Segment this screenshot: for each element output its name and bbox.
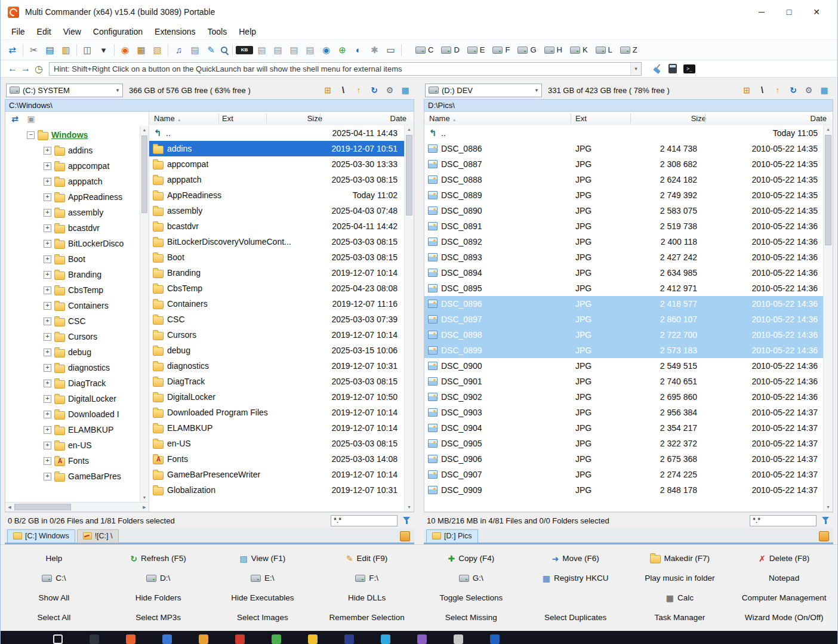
left-drive-selector[interactable]: (C:) SYSTEM	[6, 84, 123, 97]
terminal-icon[interactable]: >_	[683, 64, 695, 73]
expand-icon[interactable]: +	[44, 349, 51, 356]
file-row-dsc-0906[interactable]: DSC_0906JPG2 675 3682010-05-22 14:37	[424, 451, 824, 467]
tree-item-apppatch[interactable]: +apppatch	[5, 174, 140, 189]
globe-icon[interactable]: ⊕	[335, 42, 350, 57]
audio-tools-icon[interactable]: ♫	[171, 42, 186, 57]
scrollbar-thumb[interactable]	[141, 135, 147, 213]
file-row-dsc-0888[interactable]: DSC_0888JPG2 624 1822010-05-22 14:35	[424, 172, 824, 187]
tree-item-bcastdvr[interactable]: +bcastdvr	[5, 220, 140, 236]
column-header-size[interactable]: Size	[691, 112, 706, 125]
menu-item-configuration[interactable]: Configuration	[87, 25, 149, 38]
left-list-scrollbar[interactable]	[404, 125, 414, 511]
tools-icon[interactable]: ✱	[367, 42, 382, 57]
file-row-dsc-0904[interactable]: DSC_0904JPG2 354 2172010-05-22 14:37	[424, 420, 824, 436]
chevron-down-icon[interactable]	[532, 84, 541, 97]
quicklaunch-remember-selection[interactable]: Remember Selection	[315, 609, 419, 627]
left-filter-input[interactable]	[331, 515, 398, 526]
tree-item-downloaded-i[interactable]: +Downloaded I	[5, 406, 140, 422]
file-row-en-us[interactable]: en-US2025-03-03 08:15	[149, 436, 405, 451]
column-header-date[interactable]: Date	[390, 112, 406, 125]
expand-icon[interactable]: +	[44, 411, 51, 418]
address-combo[interactable]: Hint: Shift+Right Click on a button on t…	[49, 62, 642, 76]
file-row-downloaded-program-files[interactable]: Downloaded Program Files2019-12-07 10:14	[149, 405, 405, 420]
quicklaunch-play-music-in-folder[interactable]: Play music in folder	[628, 569, 732, 587]
column-header-ext[interactable]: Ext	[575, 112, 587, 125]
drive-button-l[interactable]: L	[593, 44, 615, 56]
menu-item-help[interactable]: Help	[233, 25, 262, 38]
file-row-csc[interactable]: CSC2025-03-03 07:39	[149, 312, 405, 327]
tree-scrollbar[interactable]	[140, 126, 149, 502]
sweep-icon[interactable]	[652, 64, 662, 73]
parent-folder-icon[interactable]: ↑	[772, 85, 783, 95]
scrollbar-thumb[interactable]	[825, 135, 831, 245]
expand-icon[interactable]: +	[44, 209, 51, 217]
file-row-dsc-0890[interactable]: DSC_0890JPG2 583 0752010-05-22 14:35	[424, 203, 824, 218]
expand-icon[interactable]: +	[44, 271, 51, 279]
quicklaunch-select-duplicates[interactable]: Select Duplicates	[523, 609, 628, 627]
taskbar-app-icon[interactable]	[308, 634, 318, 644]
menu-item-tools[interactable]: Tools	[202, 25, 233, 38]
media-icon[interactable]: ◐	[351, 42, 366, 57]
file-row-dsc-0887[interactable]: DSC_0887JPG2 308 6822010-05-22 14:35	[424, 156, 824, 172]
quicklaunch-computer-management[interactable]: Computer Management	[732, 589, 836, 607]
tab-c-root-locked[interactable]: ![C:] \	[77, 529, 119, 543]
expand-icon[interactable]: +	[44, 318, 51, 325]
tree-item-boot[interactable]: +Boot	[5, 251, 140, 267]
quicklaunch-delete-f8[interactable]: Delete (F8)	[732, 550, 836, 568]
quicklaunch-refresh-f5[interactable]: Refresh (F5)	[106, 550, 211, 568]
expand-icon[interactable]: +	[44, 178, 51, 186]
tree-item-bitlockerdisco[interactable]: +BitLockerDisco	[5, 236, 140, 251]
scroll-up-icon[interactable]	[824, 125, 833, 134]
file-row-dsc-0901[interactable]: DSC_0901JPG2 740 6512010-05-22 14:36	[424, 374, 824, 389]
expand-icon[interactable]: +	[44, 364, 51, 372]
rename-icon[interactable]: ✎	[204, 42, 218, 57]
file-row-addins[interactable]: addins2019-12-07 10:51	[149, 141, 405, 156]
file-row-dsc-0909[interactable]: DSC_0909JPG2 848 1782010-05-22 14:37	[424, 482, 824, 498]
tree-item-digitallocker[interactable]: +DigitalLocker	[5, 391, 140, 406]
tab-d-pics[interactable]: [D:] Pics	[426, 529, 478, 543]
tree-item-en-us[interactable]: +en-US	[5, 437, 140, 453]
parent-dir-row[interactable]: ↰..Today 11:05	[424, 125, 824, 141]
file-row-dsc-0897[interactable]: DSC_0897JPG2 860 1072010-05-22 14:36	[424, 312, 824, 327]
quicklaunch-show-all[interactable]: Show All	[2, 589, 106, 607]
expand-icon[interactable]: +	[44, 302, 51, 310]
file-row-apppatch[interactable]: apppatch2025-03-03 08:15	[149, 172, 405, 187]
taskbar-app-icon[interactable]	[199, 634, 208, 644]
paste-icon[interactable]: ▥	[58, 42, 73, 57]
quicklaunch-e[interactable]: E:\	[211, 569, 315, 587]
file-row-appcompat[interactable]: appcompat2025-03-30 13:33	[149, 156, 405, 172]
tree-sync-icon[interactable]: ⇄	[10, 113, 20, 124]
expand-icon[interactable]: +	[44, 162, 51, 170]
refresh-icon[interactable]: ↻	[788, 85, 799, 95]
menu-item-file[interactable]: File	[5, 25, 31, 38]
maximize-button[interactable]: □	[775, 2, 803, 21]
pack-icon[interactable]: ▦	[134, 42, 149, 57]
expand-icon[interactable]: +	[44, 255, 51, 263]
forward-icon[interactable]: →	[20, 63, 32, 74]
scroll-up-icon[interactable]	[140, 126, 149, 134]
quicklaunch-registry-hkcu[interactable]: Registry HKCU	[523, 569, 628, 587]
expand-icon[interactable]: +	[44, 286, 51, 294]
quicklaunch-hide-dlls[interactable]: Hide DLLs	[315, 589, 419, 607]
quicklaunch-view-f1[interactable]: View (F1)	[211, 550, 315, 568]
expand-icon[interactable]: +	[44, 224, 51, 232]
panel-list-icon[interactable]: ▤	[254, 42, 269, 57]
tree-item-addins[interactable]: +addins	[5, 143, 140, 158]
root-folder-icon[interactable]: \	[338, 85, 349, 95]
file-row-elambkup[interactable]: ELAMBKUP2019-12-07 10:14	[149, 420, 405, 436]
minimize-button[interactable]: ─	[748, 2, 775, 21]
quicklaunch-d[interactable]: D:\	[106, 569, 211, 587]
file-row-appreadiness[interactable]: AppReadinessToday 11:02	[149, 187, 405, 203]
panel-list4-icon[interactable]: ▤	[303, 42, 318, 57]
scroll-left-icon[interactable]	[5, 503, 14, 511]
root-folder-icon[interactable]: \	[757, 85, 768, 95]
panel-list3-icon[interactable]: ▤	[286, 42, 301, 57]
tree-item-assembly[interactable]: +assembly	[5, 205, 140, 220]
tree-horizontal-scrollbar[interactable]	[5, 502, 149, 511]
file-row-dsc-0902[interactable]: DSC_0902JPG2 695 8602010-05-22 14:36	[424, 389, 824, 405]
expand-icon[interactable]: +	[44, 240, 51, 248]
os-taskbar[interactable]	[1, 631, 837, 644]
filter-icon[interactable]	[402, 516, 411, 525]
tree-item-branding[interactable]: +Branding	[5, 267, 140, 282]
expand-icon[interactable]: +	[44, 380, 51, 387]
